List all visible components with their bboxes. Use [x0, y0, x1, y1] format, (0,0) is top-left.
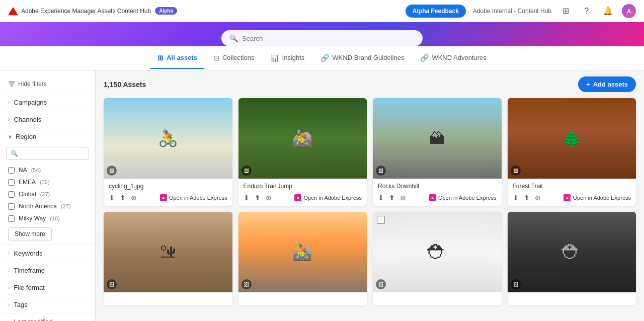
download-icon-1[interactable]: ⬇: [109, 194, 115, 202]
search-input[interactable]: [242, 35, 415, 42]
asset-card-1[interactable]: 🚴 🖼 cycling_1.jpg ⬇ ⬆ ⊕ A: [104, 98, 232, 206]
helmet-black-image: ⛑: [508, 212, 636, 292]
search-area: 🔍: [0, 22, 644, 46]
forest-image: 🌲: [508, 98, 636, 179]
chevron-right-icon-file-format: ›: [8, 285, 10, 290]
download-icon-3[interactable]: ⬇: [378, 194, 384, 202]
rocks-image: 🏔: [373, 98, 502, 179]
keywords-label: Keywords: [14, 250, 42, 257]
sidebar-item-region[interactable]: ∨ Region: [0, 128, 95, 145]
express-icon-4: A: [564, 194, 571, 201]
asset-card-7[interactable]: ⛑ 🖼: [373, 212, 502, 305]
region-checkbox-global[interactable]: [8, 191, 15, 198]
asset-name-3: Rocks Downhill: [378, 183, 497, 190]
open-in-express-4[interactable]: A Open in Adobe Express: [564, 194, 631, 201]
sidebar-item-campaigns[interactable]: › Campaigns: [0, 94, 95, 111]
sidebar-section-last-modified: › Last modified: [0, 313, 95, 321]
region-option-milky-way[interactable]: Milky Way (16): [0, 212, 95, 224]
sidebar-item-timeframe[interactable]: › Timeframe: [0, 262, 95, 279]
more-icon-1[interactable]: ⊕: [131, 194, 137, 202]
region-checkbox-north-america[interactable]: [8, 203, 15, 210]
asset-name-2: Enduro Trail Jump: [244, 183, 362, 190]
share-icon-3[interactable]: ⬆: [389, 194, 395, 202]
alpha-feedback-button[interactable]: Alpha Feedback: [406, 5, 466, 18]
tab-insights[interactable]: 📊 Insights: [264, 48, 312, 69]
asset-card-4[interactable]: 🌲 🖼 Forest Trail ⬇ ⬆ ⊕ A: [508, 98, 636, 206]
share-icon-2[interactable]: ⬆: [255, 194, 261, 202]
asset-type-badge-6: 🖼: [242, 279, 252, 289]
asset-card-2[interactable]: 🚵 🖼 Enduro Trail Jump ⬇ ⬆ ⊕ A: [238, 98, 367, 206]
region-na-label: NA: [19, 167, 27, 174]
more-icon-4[interactable]: ⊕: [535, 194, 541, 202]
asset-card-3[interactable]: 🏔 🖼 Rocks Downhill ⬇ ⬆ ⊕ A: [373, 98, 502, 206]
open-express-label-4: Open in Adobe Express: [573, 195, 631, 201]
sidebar-section-tags: › Tags: [0, 296, 95, 313]
region-search-input[interactable]: [21, 150, 85, 157]
asset-type-badge-2: 🖼: [242, 166, 252, 176]
apps-icon: ⊞: [562, 6, 569, 16]
region-global-count: (27): [40, 191, 50, 197]
open-in-express-2[interactable]: A Open in Adobe Express: [294, 194, 362, 201]
sidebar-item-file-format[interactable]: › File format: [0, 279, 95, 296]
express-icon-3: A: [429, 194, 436, 201]
region-option-emea[interactable]: EMEA (32): [0, 176, 95, 188]
topbar: Adobe Experience Manager Assets Content …: [0, 0, 644, 22]
region-checkbox-emea[interactable]: [8, 179, 15, 186]
add-assets-button[interactable]: + Add assets: [578, 76, 636, 92]
file-format-label: File format: [14, 284, 44, 291]
asset-count: 1,150 Assets: [104, 81, 146, 89]
share-icon-1[interactable]: ⬆: [120, 194, 126, 202]
apps-icon-button[interactable]: ⊞: [558, 4, 573, 18]
asset-card-5[interactable]: 🏜 🖼: [104, 212, 232, 305]
asset-card-8[interactable]: ⛑ 🖼: [508, 212, 636, 305]
notifications-icon-button[interactable]: 🔔: [601, 4, 615, 18]
region-option-north-america[interactable]: North America (27): [0, 200, 95, 212]
campaigns-label: Campaigns: [14, 99, 47, 106]
avatar[interactable]: A: [622, 4, 636, 18]
sidebar-item-last-modified[interactable]: › Last modified: [0, 313, 95, 321]
download-icon-4[interactable]: ⬇: [513, 194, 519, 202]
more-icon-3[interactable]: ⊕: [400, 194, 406, 202]
internal-text: Adobe Internal - Content Hub: [473, 8, 551, 15]
image-type-icon-4: 🖼: [513, 168, 518, 174]
topbar-left: Adobe Experience Manager Assets Content …: [8, 6, 177, 16]
region-search-icon: 🔍: [11, 150, 18, 157]
sidebar-section-campaigns: › Campaigns: [0, 94, 95, 111]
more-icon-2[interactable]: ⊕: [266, 194, 272, 202]
sidebar-item-keywords[interactable]: › Keywords: [0, 245, 95, 262]
chevron-down-icon-region: ∨: [8, 134, 12, 139]
cycling-image: 🚴: [104, 98, 232, 179]
region-option-global[interactable]: Global (27): [0, 188, 95, 200]
tab-wknd-brand[interactable]: 🔗 WKND Brand Guidelines: [313, 48, 411, 69]
chevron-right-icon-channels: ›: [8, 117, 10, 122]
image-type-icon-3: 🖼: [378, 168, 383, 174]
asset-name-6: [244, 296, 362, 303]
region-option-na[interactable]: NA (54): [0, 164, 95, 176]
asset-grid: 🚴 🖼 cycling_1.jpg ⬇ ⬆ ⊕ A: [104, 98, 636, 305]
asset-thumb-7: ⛑ 🖼: [373, 212, 502, 292]
select-checkbox-7[interactable]: [377, 216, 385, 224]
tab-all-assets[interactable]: ⊞ All assets: [150, 48, 204, 69]
region-checkbox-milky-way[interactable]: [8, 215, 15, 222]
asset-name-8: [513, 296, 631, 303]
tab-collections[interactable]: ⊟ Collections: [206, 48, 262, 69]
tab-wknd-adventures[interactable]: 🔗 WKND Adventures: [413, 48, 493, 69]
region-checkbox-na[interactable]: [8, 167, 15, 174]
filter-icon: [8, 81, 15, 88]
asset-name-7: [378, 296, 497, 303]
help-icon-button[interactable]: ?: [580, 4, 594, 18]
share-icon-4[interactable]: ⬆: [524, 194, 530, 202]
hide-filters-button[interactable]: Hide filters: [0, 76, 95, 94]
open-in-express-1[interactable]: A Open in Adobe Express: [160, 194, 227, 201]
download-icon-2[interactable]: ⬇: [244, 194, 250, 202]
region-milky-way-count: (16): [50, 215, 60, 221]
asset-actions-3: ⬇ ⬆ ⊕ A Open in Adobe Express: [373, 192, 502, 206]
open-in-express-3[interactable]: A Open in Adobe Express: [429, 194, 497, 201]
sidebar-item-tags[interactable]: › Tags: [0, 296, 95, 313]
express-icon-1: A: [160, 194, 167, 201]
asset-card-6[interactable]: 🚵 🖼: [238, 212, 367, 305]
show-more-button[interactable]: Show more: [8, 227, 52, 240]
sidebar-item-channels[interactable]: › Channels: [0, 111, 95, 128]
asset-thumb-3: 🏔 🖼: [373, 98, 502, 179]
asset-info-8: [508, 292, 636, 305]
